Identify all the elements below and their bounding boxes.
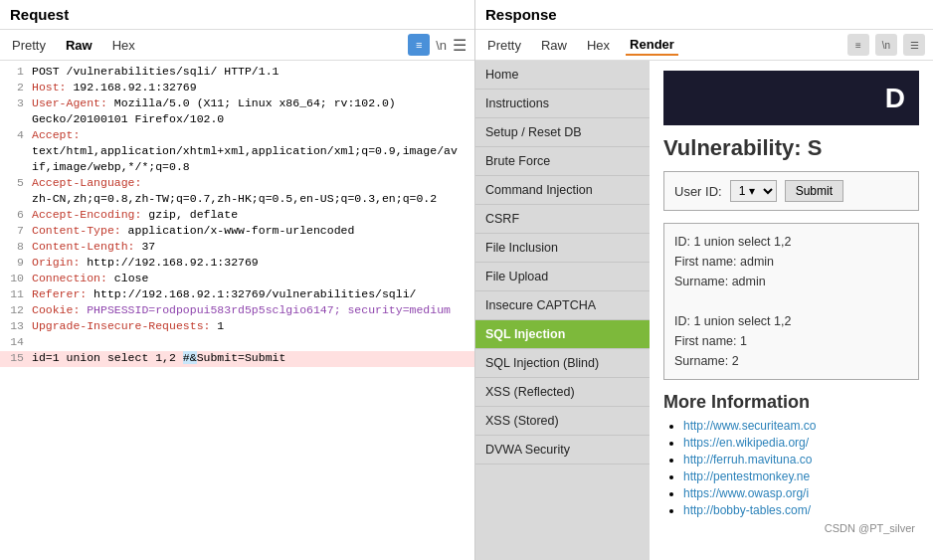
result-1-line2: First name: admin	[674, 252, 908, 272]
request-code-area: 1POST /vulnerabilities/sqli/ HTTP/1.12Ho…	[0, 61, 474, 560]
more-info-list-item: http://pentestmonkey.ne	[683, 469, 919, 483]
resp-tab-pretty[interactable]: Pretty	[483, 36, 525, 55]
result-block-1: ID: 1 union select 1,2 First name: admin…	[663, 223, 919, 380]
result-2-line2: First name: 1	[674, 331, 908, 351]
result-1-line1: ID: 1 union select 1,2	[674, 232, 908, 252]
nav-item-sql-injection[interactable]: SQL Injection	[475, 320, 650, 349]
request-title: Request	[0, 0, 474, 30]
format-icon-btn[interactable]: ≡	[408, 34, 430, 56]
dark-banner: D	[663, 71, 919, 125]
nav-sidebar: HomeInstructionsSetup / Reset DBBrute Fo…	[475, 61, 650, 560]
more-info-title: More Information	[663, 392, 919, 413]
more-info-link[interactable]: http://bobby-tables.com/	[683, 503, 811, 517]
nav-item-insecure-captcha[interactable]: Insecure CAPTCHA	[475, 291, 650, 320]
response-tabs-bar: Pretty Raw Hex Render ≡ \n ☰	[475, 30, 933, 61]
nav-item-command-injection[interactable]: Command Injection	[475, 176, 650, 205]
more-info-link[interactable]: http://pentestmonkey.ne	[683, 469, 810, 483]
user-id-form: User ID: 1 ▾ Submit	[663, 171, 919, 211]
tab-icons: ≡ \n ☰	[408, 34, 466, 56]
more-info-link[interactable]: https://en.wikipedia.org/	[683, 436, 809, 450]
more-info-list-item: http://ferruh.mavituna.co	[683, 453, 919, 467]
user-id-label: User ID:	[674, 184, 722, 199]
nav-item-instructions[interactable]: Instructions	[475, 90, 650, 118]
newline-icon[interactable]: \n	[436, 38, 447, 53]
nav-item-xss--reflected-[interactable]: XSS (Reflected)	[475, 378, 650, 407]
request-tabs-bar: Pretty Raw Hex ≡ \n ☰	[0, 30, 474, 61]
nav-item-file-inclusion[interactable]: File Inclusion	[475, 234, 650, 263]
user-id-select[interactable]: 1 ▾	[730, 180, 777, 202]
more-info-link[interactable]: http://www.securiteam.co	[683, 419, 816, 433]
resp-icon-1[interactable]: ≡	[847, 34, 869, 56]
result-1-line3: Surname: admin	[674, 272, 908, 291]
resp-tab-raw[interactable]: Raw	[537, 36, 571, 55]
banner-text: D	[885, 83, 905, 114]
tab-raw[interactable]: Raw	[62, 36, 96, 55]
resp-tab-hex[interactable]: Hex	[583, 36, 614, 55]
resp-tab-render[interactable]: Render	[626, 35, 678, 56]
nav-item-home[interactable]: Home	[475, 61, 650, 90]
response-title: Response	[475, 0, 933, 30]
response-panel: Response Pretty Raw Hex Render ≡ \n ☰ Ho…	[475, 0, 933, 560]
response-right-icons: ≡ \n ☰	[847, 34, 925, 56]
resp-icon-2[interactable]: \n	[875, 34, 897, 56]
watermark: CSDN @PT_silver	[663, 520, 919, 536]
nav-item-xss--stored-[interactable]: XSS (Stored)	[475, 407, 650, 436]
nav-item-brute-force[interactable]: Brute Force	[475, 147, 650, 176]
nav-item-setup---reset-db[interactable]: Setup / Reset DB	[475, 118, 650, 147]
main-content-area: D Vulnerability: S User ID: 1 ▾ Submit I…	[650, 61, 933, 560]
submit-button[interactable]: Submit	[785, 180, 843, 202]
resp-icon-3[interactable]: ☰	[903, 34, 925, 56]
more-info-list-item: https://www.owasp.org/i	[683, 486, 919, 500]
tab-pretty[interactable]: Pretty	[8, 36, 50, 55]
result-2-line3: Surname: 2	[674, 351, 908, 371]
more-info-list-item: https://en.wikipedia.org/	[683, 436, 919, 450]
more-info-list-item: http://www.securiteam.co	[683, 419, 919, 433]
result-2-line1: ID: 1 union select 1,2	[674, 311, 908, 331]
more-info-link[interactable]: http://ferruh.mavituna.co	[683, 453, 812, 467]
more-info-list: http://www.securiteam.cohttps://en.wikip…	[663, 419, 919, 517]
tab-hex[interactable]: Hex	[108, 36, 139, 55]
nav-item-file-upload[interactable]: File Upload	[475, 263, 650, 291]
nav-item-sql-injection--blind-[interactable]: SQL Injection (Blind)	[475, 349, 650, 378]
vuln-title: Vulnerability: S	[663, 135, 919, 161]
menu-icon[interactable]: ☰	[453, 36, 466, 55]
nav-item-dvwa-security[interactable]: DVWA Security	[475, 436, 650, 465]
more-info-list-item: http://bobby-tables.com/	[683, 503, 919, 517]
response-content: HomeInstructionsSetup / Reset DBBrute Fo…	[475, 61, 933, 560]
nav-item-csrf[interactable]: CSRF	[475, 205, 650, 234]
more-info-link[interactable]: https://www.owasp.org/i	[683, 486, 809, 500]
request-panel: Request Pretty Raw Hex ≡ \n ☰ 1POST /vul…	[0, 0, 475, 560]
